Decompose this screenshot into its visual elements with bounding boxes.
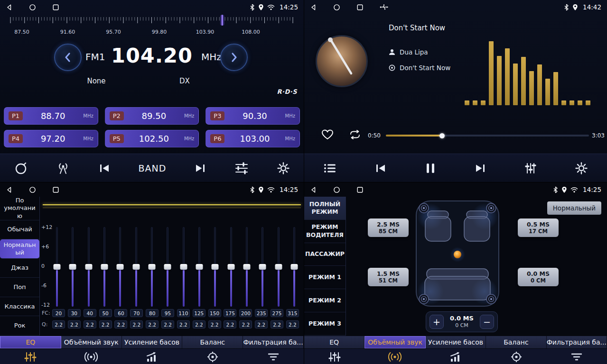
delay-front-right[interactable]: 0.5 MS 17 CM [518, 218, 559, 237]
eq-band-slider[interactable] [69, 227, 76, 307]
progress-bar[interactable] [386, 135, 589, 136]
balance-icon[interactable] [182, 349, 243, 364]
eq-band-slider[interactable] [148, 227, 156, 307]
radio-preset-6[interactable]: P6103.00MHz [205, 130, 300, 147]
balance-icon[interactable] [486, 349, 547, 364]
album-art[interactable] [316, 35, 368, 87]
nav-home-icon[interactable] [333, 186, 340, 193]
nav-home-icon[interactable] [29, 4, 36, 11]
eq-band-slider[interactable] [132, 227, 140, 307]
delay-rear-left[interactable]: 1.5 MS 51 CM [368, 268, 409, 286]
audio-tab-filter[interactable]: Фильтрация ба... [547, 336, 607, 348]
slider-handle[interactable] [212, 264, 219, 270]
eq-band-slider[interactable] [101, 227, 108, 307]
delay-front-left[interactable]: 2.5 MS 85 CM [368, 218, 409, 237]
tune-down-button[interactable] [54, 44, 82, 71]
favorite-heart-icon[interactable] [321, 129, 334, 142]
surround-sound-icon[interactable] [365, 349, 426, 364]
pause-icon[interactable] [425, 163, 436, 174]
surround-mode-item[interactable]: РЕЖИМ 3 [304, 312, 346, 336]
eq-preset-item[interactable]: Классика [0, 297, 39, 317]
slider-handle[interactable] [117, 264, 124, 270]
audio-tab-surround[interactable]: Объёмный звук [364, 336, 425, 348]
audio-tab-eq[interactable]: EQ [304, 336, 364, 348]
radio-broadcast-icon[interactable] [56, 162, 70, 175]
radio-preset-3[interactable]: P390.30MHz [205, 107, 300, 125]
nav-recents-icon[interactable] [52, 186, 59, 193]
slider-handle[interactable] [85, 264, 92, 270]
eq-band-slider[interactable] [211, 227, 219, 307]
nav-home-icon[interactable] [333, 4, 340, 11]
eq-band-slider[interactable] [259, 227, 266, 307]
nav-back-icon[interactable] [310, 4, 317, 11]
audio-tab-eq[interactable]: EQ [0, 336, 61, 348]
audio-tab-filter[interactable]: Фильтрация ба... [243, 336, 304, 348]
nav-back-icon[interactable] [6, 186, 13, 193]
eq-settings-icon[interactable] [234, 162, 249, 174]
audio-tab-surround[interactable]: Объёмный звук [61, 336, 122, 348]
eq-faders-icon[interactable] [304, 349, 365, 364]
slider-handle[interactable] [243, 264, 250, 270]
filter-icon[interactable] [546, 349, 607, 364]
slider-handle[interactable] [148, 264, 155, 270]
eq-band-slider[interactable] [275, 227, 282, 307]
surround-sound-icon[interactable] [61, 349, 121, 364]
audio-tab-bass[interactable]: Усиление басов [426, 336, 486, 348]
mixer-icon[interactable] [525, 162, 536, 174]
bass-boost-icon[interactable] [121, 349, 182, 364]
surround-mode-item[interactable]: РЕЖИМ 2 [304, 289, 346, 312]
next-track-icon[interactable] [474, 163, 486, 173]
eq-preset-item[interactable]: Поп [0, 278, 39, 297]
eq-preset-item[interactable]: Обычай [0, 220, 39, 240]
eq-band-slider[interactable] [243, 227, 251, 307]
slider-handle[interactable] [132, 264, 140, 270]
slider-handle[interactable] [180, 264, 187, 270]
filter-icon[interactable] [243, 349, 304, 364]
slider-handle[interactable] [164, 264, 171, 270]
slider-handle[interactable] [54, 264, 61, 270]
radio-preset-4[interactable]: P497.20MHz [4, 130, 98, 147]
eq-band-slider[interactable] [227, 227, 235, 307]
nav-back-icon[interactable] [6, 4, 13, 11]
slider-handle[interactable] [259, 264, 266, 270]
eq-band-slider[interactable] [180, 227, 187, 307]
eq-preset-item[interactable]: Джаз [0, 259, 39, 278]
nav-back-icon[interactable] [310, 186, 317, 193]
surround-mode-item[interactable]: ПОЛНЫЙ РЕЖИМ [304, 197, 346, 220]
dx-mode-label[interactable]: DX [179, 77, 190, 85]
decrease-delay-button[interactable]: − [480, 315, 494, 329]
slider-handle[interactable] [227, 264, 234, 270]
surround-mode-item[interactable]: РЕЖИМ 1 [304, 266, 346, 289]
slider-handle[interactable] [196, 264, 203, 270]
nav-recents-icon[interactable] [52, 4, 59, 11]
eq-band-slider[interactable] [290, 227, 298, 307]
band-button[interactable]: BAND [139, 163, 167, 173]
frequency-scale[interactable]: 87.5091.6095.7099.80103.90108.00 [0, 14, 304, 39]
radio-preset-1[interactable]: P188.70MHz [4, 107, 98, 125]
eq-preset-item[interactable]: Нормальный [0, 239, 39, 259]
eq-band-slider[interactable] [196, 227, 203, 307]
eq-preset-item[interactable]: По умолчанию [0, 197, 39, 220]
eq-band-slider[interactable] [53, 227, 61, 307]
surround-mode-item[interactable]: РЕЖИМ ВОДИТЕЛЯ [304, 220, 346, 243]
bass-boost-icon[interactable] [425, 349, 486, 364]
surround-preset-button[interactable]: Нормальный [547, 201, 601, 215]
previous-track-icon[interactable] [98, 163, 111, 173]
radio-preset-2[interactable]: P289.50MHz [105, 107, 199, 125]
eq-band-slider[interactable] [116, 227, 124, 307]
increase-delay-button[interactable]: + [430, 315, 444, 329]
nav-recents-icon[interactable] [356, 186, 364, 193]
audio-tab-balance[interactable]: Баланс [486, 336, 546, 348]
slider-handle[interactable] [69, 264, 76, 270]
delay-rear-right[interactable]: 0.0 MS 0 CM [518, 268, 559, 286]
next-track-icon[interactable] [194, 163, 206, 173]
eq-band-slider[interactable] [164, 227, 171, 307]
surround-mode-item[interactable]: ПАССАЖИР [304, 243, 346, 266]
nav-recents-icon[interactable] [356, 4, 364, 11]
progress-knob[interactable] [439, 133, 445, 138]
eq-preset-item[interactable]: Рок [0, 316, 39, 336]
scan-icon[interactable] [14, 161, 28, 175]
nav-home-icon[interactable] [29, 186, 36, 193]
settings-gear-icon[interactable] [277, 162, 290, 175]
playlist-icon[interactable] [324, 164, 336, 173]
